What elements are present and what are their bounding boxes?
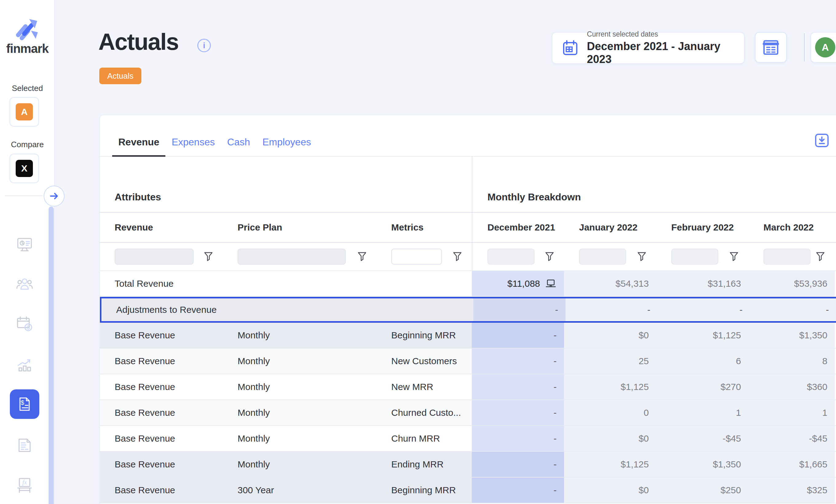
download-icon xyxy=(815,133,829,148)
actuals-table-card: RevenueExpensesCashEmployees Attributes … xyxy=(99,115,836,504)
cell-february-2022[interactable]: $250 xyxy=(656,478,748,503)
cell-december-2021[interactable]: - xyxy=(473,298,566,321)
column-header-january-2022[interactable]: January 2022 xyxy=(564,222,656,233)
cell-december-2021[interactable]: $11,088 xyxy=(472,271,564,296)
tab-revenue[interactable]: Revenue xyxy=(112,136,165,157)
cell-march-2022[interactable]: -$45 xyxy=(748,426,835,451)
tab-cash[interactable]: Cash xyxy=(221,136,256,157)
cell-january-2022[interactable]: $0 xyxy=(564,323,656,348)
table-row[interactable]: Base Revenue Monthly New Customers - 25 … xyxy=(100,349,836,374)
cell-december-2021[interactable]: - xyxy=(472,452,564,477)
compare-scenario-card[interactable]: X xyxy=(10,154,39,183)
cell-march-2022[interactable]: - xyxy=(750,298,836,321)
tab-expenses[interactable]: Expenses xyxy=(165,136,221,157)
column-header-february-2022[interactable]: February 2022 xyxy=(656,222,748,233)
cell-february-2022[interactable]: -$45 xyxy=(656,426,748,451)
cell-march-2022[interactable]: $1,350 xyxy=(748,323,835,348)
cell-january-2022[interactable]: - xyxy=(566,298,658,321)
main-content: Actuals i Actuals Current selected dates… xyxy=(55,0,836,504)
cell-january-2022[interactable]: $0 xyxy=(564,426,656,451)
sidebar-scrollbar[interactable] xyxy=(49,207,54,504)
cell-january-2022[interactable]: $0 xyxy=(564,478,656,503)
cell-january-2022[interactable]: $1,125 xyxy=(564,374,656,400)
december-filter-input[interactable] xyxy=(488,249,534,265)
cell-december-2021[interactable]: - xyxy=(472,323,564,348)
price-plan-filter-input[interactable] xyxy=(238,249,346,265)
selected-scenario-card[interactable]: A xyxy=(10,97,39,127)
cell-january-2022[interactable]: $54,313 xyxy=(564,271,656,296)
sidebar-item-plans[interactable]: $ xyxy=(8,307,41,340)
filter-funnel-icon[interactable] xyxy=(545,252,554,261)
cell-january-2022[interactable]: 0 xyxy=(564,400,656,425)
info-icon[interactable]: i xyxy=(197,39,211,52)
cell-december-2021[interactable]: - xyxy=(472,349,564,374)
cell-march-2022[interactable]: $360 xyxy=(748,374,835,400)
cell-march-2022[interactable]: $325 xyxy=(748,478,835,503)
march-filter-input[interactable] xyxy=(763,249,811,265)
table-row[interactable]: Base Revenue Monthly Churn MRR - $0 -$45… xyxy=(100,426,836,452)
finmark-logo-icon xyxy=(12,15,43,41)
cell-december-2021[interactable]: - xyxy=(472,400,564,425)
cell-march-2022[interactable]: 8 xyxy=(748,349,835,374)
table-row[interactable]: Base Revenue Monthly Beginning MRR - $0 … xyxy=(100,323,836,349)
spreadsheet-view-button[interactable] xyxy=(755,32,787,63)
filter-funnel-icon[interactable] xyxy=(358,252,367,261)
sidebar-item-actuals[interactable]: $ xyxy=(10,389,39,419)
table-row[interactable]: Base Revenue Monthly New MRR - $1,125 $2… xyxy=(100,374,836,400)
tab-employees[interactable]: Employees xyxy=(256,136,317,157)
table-row[interactable]: Adjustments to Revenue - - - - xyxy=(100,297,836,323)
sidebar-item-formulas[interactable]: fx xyxy=(8,469,41,502)
cell-february-2022[interactable]: $1,350 xyxy=(656,452,748,477)
metrics-filter-input[interactable] xyxy=(391,249,442,265)
sidebar-item-customers[interactable] xyxy=(8,268,41,301)
column-header-revenue[interactable]: Revenue xyxy=(100,222,223,233)
cell-march-2022[interactable]: 1 xyxy=(748,400,835,425)
cell-december-2021[interactable]: - xyxy=(472,426,564,451)
filter-funnel-icon[interactable] xyxy=(816,252,825,261)
date-range-selector[interactable]: Current selected dates December 2021 - J… xyxy=(552,32,745,64)
table-row[interactable]: Base Revenue Monthly Churned Custo... - … xyxy=(100,400,836,426)
table-row[interactable]: Base Revenue Monthly Ending MRR - $1,125… xyxy=(100,452,836,478)
cell-revenue: Base Revenue xyxy=(100,349,223,374)
download-button[interactable] xyxy=(815,133,829,148)
sidebar-item-dashboard[interactable] xyxy=(8,228,41,261)
cell-january-2022[interactable]: 25 xyxy=(564,349,656,374)
table-row[interactable]: Total Revenue $11,088 $54,313 $31,163 $5… xyxy=(100,271,836,297)
cell-february-2022[interactable]: $1,125 xyxy=(656,323,748,348)
revenue-filter-input[interactable] xyxy=(115,249,194,265)
filter-funnel-icon[interactable] xyxy=(637,252,646,261)
cell-revenue: Total Revenue xyxy=(100,271,223,296)
user-menu[interactable]: A xyxy=(811,32,836,63)
sidebar-expand-button[interactable] xyxy=(44,186,64,207)
cell-february-2022[interactable]: $31,163 xyxy=(656,271,748,296)
cell-february-2022[interactable]: - xyxy=(658,298,750,321)
cell-february-2022[interactable]: $270 xyxy=(656,374,748,400)
column-header-metrics[interactable]: Metrics xyxy=(377,222,472,233)
cell-march-2022[interactable]: $53,936 xyxy=(748,271,835,296)
filter-funnel-icon[interactable] xyxy=(204,252,213,261)
filter-cell-march-2022 xyxy=(748,243,835,270)
actuals-document-icon: $ xyxy=(16,395,33,413)
cell-february-2022[interactable]: 1 xyxy=(656,400,748,425)
filter-funnel-icon[interactable] xyxy=(453,252,462,261)
cell-december-2021[interactable]: - xyxy=(472,374,564,400)
avatar: A xyxy=(815,37,835,57)
cell-march-2022[interactable]: $1,665 xyxy=(748,452,835,477)
sidebar-item-performance[interactable] xyxy=(8,348,41,381)
cell-february-2022[interactable]: 6 xyxy=(656,349,748,374)
computer-icon[interactable] xyxy=(545,279,557,288)
table-body: Total Revenue $11,088 $54,313 $31,163 $5… xyxy=(100,271,836,503)
table-row[interactable]: Base Revenue 300 Year Beginning MRR - $0… xyxy=(100,478,836,503)
cell-revenue: Base Revenue xyxy=(100,374,223,400)
cell-price-plan: Monthly xyxy=(223,452,377,477)
february-filter-input[interactable] xyxy=(671,249,718,265)
cell-revenue: Adjustments to Revenue xyxy=(101,298,224,321)
filter-funnel-icon[interactable] xyxy=(729,252,739,261)
sidebar-item-reports[interactable] xyxy=(8,429,41,462)
column-header-price-plan[interactable]: Price Plan xyxy=(223,222,377,233)
column-header-march-2022[interactable]: March 2022 xyxy=(748,222,835,233)
january-filter-input[interactable] xyxy=(579,249,626,265)
column-header-december-2021[interactable]: December 2021 xyxy=(472,222,555,233)
cell-january-2022[interactable]: $1,125 xyxy=(564,452,656,477)
cell-december-2021[interactable]: - xyxy=(472,478,564,503)
